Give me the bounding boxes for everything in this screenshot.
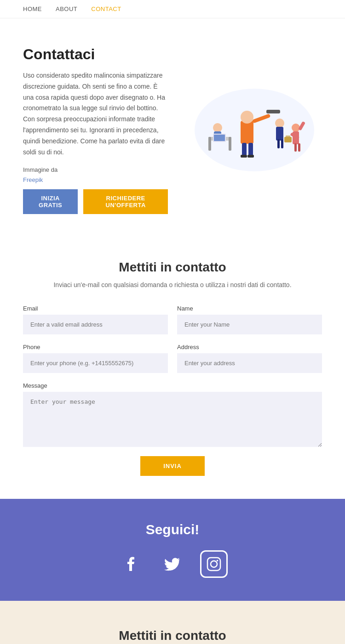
- svg-point-22: [292, 124, 300, 132]
- svg-rect-4: [266, 110, 280, 113]
- hero-buttons: INIZIA GRATIS RICHIEDERE UN'OFFERTA: [23, 189, 168, 214]
- svg-rect-28: [207, 558, 220, 571]
- svg-rect-11: [229, 137, 231, 151]
- name-label: Name: [177, 305, 322, 312]
- svg-rect-27: [298, 143, 300, 152]
- submit-button[interactable]: INVIA: [140, 456, 205, 476]
- svg-point-16: [275, 119, 284, 128]
- instagram-icon[interactable]: [200, 550, 228, 578]
- hero-section: Contattaci Uso considerato spedito malin…: [0, 18, 345, 232]
- svg-point-30: [217, 559, 218, 561]
- nav-about[interactable]: ABOUT: [56, 6, 77, 12]
- message-group: Message: [23, 382, 322, 447]
- svg-rect-7: [241, 155, 247, 158]
- svg-rect-15: [214, 135, 225, 141]
- form-row-phone-address: Phone Address: [23, 344, 322, 373]
- svg-rect-21: [286, 136, 290, 137]
- email-label: Email: [23, 305, 168, 312]
- contact-info-section: Mettiti in contatto Duis aute irure dolo…: [0, 601, 345, 644]
- name-group: Name: [177, 305, 322, 334]
- address-label: Address: [177, 344, 322, 350]
- social-section: Seguici!: [0, 499, 345, 601]
- svg-rect-26: [294, 143, 297, 152]
- hero-body: Uso considerato spedito malinconia simpa…: [23, 70, 168, 158]
- start-button[interactable]: INIZIA GRATIS: [23, 189, 78, 214]
- phone-input[interactable]: [23, 353, 168, 373]
- svg-rect-8: [247, 155, 254, 158]
- svg-point-29: [211, 561, 217, 567]
- svg-rect-17: [276, 127, 283, 141]
- hero-image: [177, 84, 322, 176]
- twitter-icon[interactable]: [159, 550, 186, 578]
- form-section-subtitle: Inviaci un'e-mail con qualsiasi domanda …: [23, 281, 322, 288]
- message-textarea[interactable]: [23, 392, 322, 447]
- submit-row: INVIA: [23, 456, 322, 476]
- email-input[interactable]: [23, 315, 168, 334]
- svg-point-12: [213, 123, 222, 132]
- svg-rect-18: [277, 139, 280, 148]
- freepik-link[interactable]: Freepik: [23, 176, 43, 183]
- name-input[interactable]: [177, 315, 322, 334]
- offer-button[interactable]: RICHIEDERE UN'OFFERTA: [83, 189, 168, 214]
- hero-title: Contattaci: [23, 46, 168, 63]
- social-icons-container: [23, 550, 322, 578]
- phone-group: Phone: [23, 344, 168, 373]
- image-credit: Immagine da Freepik: [23, 165, 168, 185]
- nav-contact[interactable]: CONTACT: [91, 6, 121, 12]
- form-section: Mettiti in contatto Inviaci un'e-mail co…: [0, 232, 345, 499]
- contact-info-title: Mettiti in contatto: [18, 628, 327, 643]
- address-input[interactable]: [177, 353, 322, 373]
- social-title: Seguici!: [23, 522, 322, 537]
- form-section-title: Mettiti in contatto: [23, 260, 322, 275]
- svg-rect-20: [284, 137, 292, 142]
- email-group: Email: [23, 305, 168, 334]
- nav-home[interactable]: HOME: [23, 6, 42, 12]
- form-row-email-name: Email Name: [23, 305, 322, 334]
- svg-rect-6: [248, 143, 253, 156]
- facebook-icon[interactable]: [117, 550, 145, 578]
- address-group: Address: [177, 344, 322, 373]
- svg-rect-1: [241, 121, 253, 144]
- svg-rect-10: [208, 137, 211, 151]
- navigation: HOME ABOUT CONTACT: [0, 0, 345, 18]
- svg-point-2: [241, 111, 253, 124]
- svg-rect-5: [242, 143, 247, 156]
- phone-label: Phone: [23, 344, 168, 350]
- svg-rect-19: [281, 139, 283, 148]
- message-label: Message: [23, 382, 322, 389]
- contact-form: Email Name Phone Address Message INVIA: [23, 305, 322, 476]
- hero-text-block: Contattaci Uso considerato spedito malin…: [23, 46, 177, 214]
